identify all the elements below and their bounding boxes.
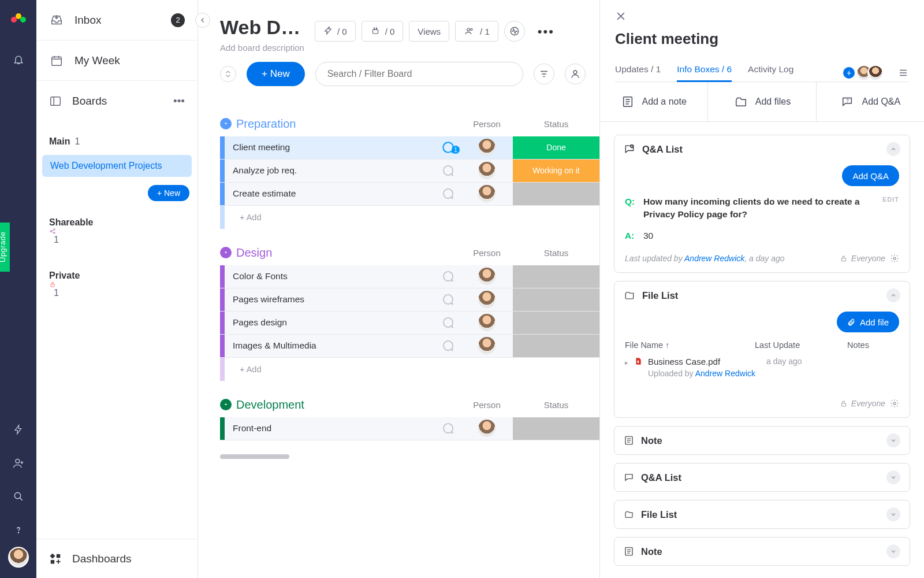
task-status[interactable] (513, 417, 599, 440)
add-file-button[interactable]: Add file (837, 312, 899, 332)
scrollbar[interactable] (220, 454, 289, 459)
info-card-collapsed[interactable]: File List (614, 500, 910, 529)
bell-icon[interactable] (0, 43, 36, 76)
task-row[interactable]: Pages wireframes (220, 288, 599, 312)
qa-edit-link[interactable]: EDIT (882, 195, 899, 221)
panel-menu-icon[interactable] (897, 68, 909, 78)
task-name[interactable]: Color & Fonts (225, 271, 434, 281)
task-name[interactable]: Analyze job req. (225, 165, 434, 176)
tab-activity-log[interactable]: Activity Log (748, 64, 793, 81)
nav-dashboards[interactable]: Dashboards (36, 539, 198, 578)
task-person[interactable] (461, 185, 513, 202)
task-person[interactable] (461, 291, 513, 308)
expand-card-icon[interactable] (886, 544, 900, 558)
chat-icon[interactable] (434, 164, 461, 177)
group-header[interactable]: Design PersonStatus (220, 246, 599, 260)
nav-myweek[interactable]: My Week (36, 40, 198, 81)
nav-section-shareable[interactable]: Shareable 1 (36, 212, 198, 245)
chip-views[interactable]: Views (409, 21, 449, 42)
nav-board-web-development[interactable]: Web Development Projects (42, 155, 192, 177)
info-card-collapsed[interactable]: Note (614, 426, 910, 455)
task-row[interactable]: Images & Multimedia (220, 335, 599, 358)
task-person[interactable] (461, 268, 513, 285)
chip-automations[interactable]: / 0 (315, 21, 356, 42)
group-collapse-icon[interactable] (220, 118, 232, 129)
group-title[interactable]: Design (236, 246, 272, 260)
group-title[interactable]: Preparation (236, 117, 296, 131)
nav-new-board-button[interactable]: + New (148, 185, 189, 201)
search-board[interactable] (315, 62, 523, 86)
chat-icon[interactable] (434, 292, 461, 306)
nav-section-main[interactable]: Main1 (36, 131, 198, 147)
bolt-icon[interactable] (0, 413, 36, 446)
collapse-all-button[interactable] (220, 66, 236, 82)
task-status[interactable] (513, 335, 599, 357)
action-add-files[interactable]: Add files (707, 82, 815, 121)
chat-icon[interactable] (434, 339, 461, 353)
info-card-collapsed[interactable]: Note (614, 537, 910, 566)
chip-members[interactable]: / 1 (455, 21, 498, 42)
task-person[interactable] (461, 139, 513, 156)
task-row[interactable]: Color & Fonts (220, 265, 599, 288)
column-person[interactable]: Person (461, 400, 513, 410)
search-input[interactable] (327, 69, 511, 79)
add-member-button[interactable]: + (843, 67, 855, 79)
task-row[interactable]: Pages design (220, 312, 599, 335)
expand-card-icon[interactable] (886, 433, 900, 447)
invite-members-icon[interactable] (0, 446, 36, 480)
chat-icon[interactable] (434, 269, 461, 283)
task-row[interactable]: Client meeting 1 Done (220, 136, 599, 160)
chip-activity[interactable] (504, 21, 525, 42)
chat-icon[interactable] (434, 421, 461, 435)
chat-icon[interactable]: 1 (434, 140, 461, 155)
board-more-icon[interactable]: ••• (538, 24, 554, 39)
task-status[interactable] (513, 265, 599, 288)
action-add-qa[interactable]: ?Add Q&A (816, 82, 924, 121)
qa-settings-icon[interactable] (890, 254, 899, 263)
task-name[interactable]: Images & Multimedia (225, 340, 434, 351)
board-description[interactable]: Add board description (220, 42, 304, 54)
nav-section-private[interactable]: Private 1 (36, 265, 198, 298)
task-person[interactable] (461, 337, 513, 354)
task-status[interactable]: Done (513, 136, 599, 159)
help-icon[interactable] (0, 513, 36, 547)
column-person[interactable]: Person (461, 119, 513, 129)
app-logo[interactable] (10, 8, 27, 25)
file-author-link[interactable]: Andrew Redwick (695, 369, 755, 378)
expand-card-icon[interactable] (886, 470, 900, 484)
upgrade-button[interactable]: Upgrade (0, 223, 10, 272)
group-title[interactable]: Development (236, 398, 304, 412)
task-status[interactable] (513, 183, 599, 205)
boards-more-icon[interactable]: ••• (173, 95, 185, 108)
task-name[interactable]: Pages wireframes (225, 294, 434, 305)
group-header[interactable]: Preparation PersonStatus (220, 117, 599, 131)
chat-icon[interactable] (434, 187, 461, 201)
task-status[interactable] (513, 312, 599, 334)
search-rail-icon[interactable] (0, 480, 36, 513)
qa-author-link[interactable]: Andrew Redwick (684, 254, 744, 263)
task-person[interactable] (461, 420, 513, 437)
tab-info-boxes[interactable]: Info Boxes / 6 (677, 64, 732, 81)
group-header[interactable]: Development PersonStatus (220, 398, 599, 412)
close-panel-icon[interactable] (615, 10, 628, 22)
group-collapse-icon[interactable] (220, 247, 232, 258)
tab-updates[interactable]: Updates / 1 (615, 64, 661, 81)
task-row[interactable]: Front-end (220, 417, 599, 440)
expand-row-icon[interactable]: ▸ (625, 359, 628, 366)
expand-card-icon[interactable] (886, 507, 900, 521)
group-collapse-icon[interactable] (220, 399, 232, 410)
column-status[interactable]: Status (513, 248, 599, 258)
task-name[interactable]: Client meeting (225, 142, 434, 153)
add-qa-button[interactable]: Add Q&A (842, 165, 899, 186)
collapse-nav-button[interactable] (195, 13, 210, 28)
board-title[interactable]: Web D… (220, 16, 304, 39)
task-name[interactable]: Create estimate (225, 188, 434, 199)
file-settings-icon[interactable] (890, 399, 899, 408)
column-person[interactable]: Person (461, 248, 513, 258)
chat-icon[interactable] (434, 316, 461, 329)
add-task-row[interactable]: + Add (220, 206, 599, 229)
chip-integrations[interactable]: / 0 (362, 21, 404, 42)
task-person[interactable] (461, 162, 513, 179)
new-item-button[interactable]: + New (247, 62, 305, 86)
collapse-card-icon[interactable] (886, 142, 900, 156)
